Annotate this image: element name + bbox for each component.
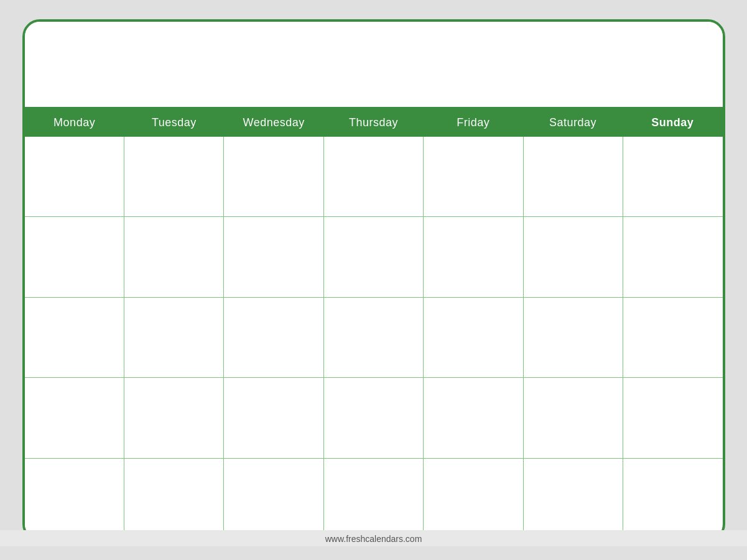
calendar-row-5 (25, 459, 723, 539)
cell-4-5 (424, 378, 523, 458)
cell-5-4 (324, 459, 424, 539)
calendar-row-2 (25, 217, 723, 298)
header-tuesday: Tuesday (124, 109, 224, 137)
cell-4-6 (524, 378, 623, 458)
cell-1-3 (224, 137, 323, 217)
cell-2-3 (224, 217, 323, 297)
cell-4-3 (224, 378, 323, 458)
cell-1-5 (424, 137, 523, 217)
cell-5-1 (25, 459, 124, 539)
cell-2-7 (623, 217, 722, 297)
cell-5-2 (124, 459, 224, 539)
cell-3-6 (524, 298, 623, 378)
cell-3-3 (224, 298, 323, 378)
calendar-container: Monday Tuesday Wednesday Thursday Friday… (22, 19, 725, 541)
calendar-row-4 (25, 378, 723, 459)
header-thursday: Thursday (323, 109, 423, 137)
cell-5-7 (623, 459, 722, 539)
cell-4-1 (25, 378, 124, 458)
cell-2-2 (124, 217, 224, 297)
cell-1-1 (25, 137, 124, 217)
cell-5-3 (224, 459, 323, 539)
cell-3-2 (124, 298, 224, 378)
cell-2-6 (524, 217, 623, 297)
cell-5-5 (424, 459, 523, 539)
cell-4-7 (623, 378, 722, 458)
cell-3-7 (623, 298, 722, 378)
footer-url: www.freshcalendars.com (0, 530, 747, 546)
cell-1-2 (124, 137, 224, 217)
header-sunday: Sunday (623, 109, 722, 137)
cell-3-1 (25, 298, 124, 378)
header-wednesday: Wednesday (224, 109, 323, 137)
cell-1-7 (623, 137, 722, 217)
cell-2-5 (424, 217, 523, 297)
calendar-header: Monday Tuesday Wednesday Thursday Friday… (25, 109, 723, 137)
cell-5-6 (524, 459, 623, 539)
cell-2-1 (25, 217, 124, 297)
cell-2-4 (324, 217, 424, 297)
cell-3-5 (424, 298, 523, 378)
header-friday: Friday (424, 109, 523, 137)
cell-3-4 (324, 298, 424, 378)
header-saturday: Saturday (523, 109, 623, 137)
calendar-grid (25, 137, 723, 539)
cell-4-4 (324, 378, 424, 458)
cell-1-4 (324, 137, 424, 217)
cell-4-2 (124, 378, 224, 458)
header-monday: Monday (25, 109, 124, 137)
calendar-title-area (25, 22, 723, 109)
calendar-row-3 (25, 298, 723, 379)
cell-1-6 (524, 137, 623, 217)
calendar-row-1 (25, 137, 723, 218)
